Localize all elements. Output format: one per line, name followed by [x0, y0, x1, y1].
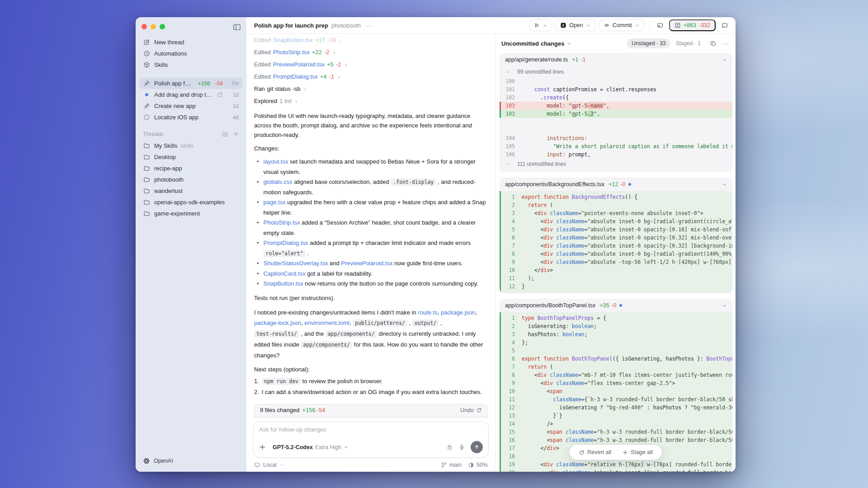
line-content: <div className="mb-7 mt-10 flex items-ce… — [522, 372, 732, 378]
file-link[interactable]: PromptDialog.tsx — [264, 239, 308, 246]
new-folder-icon[interactable] — [222, 131, 228, 137]
file-link[interactable]: PhotoStrip.tsx — [264, 219, 300, 226]
copy-icon[interactable] — [710, 40, 717, 47]
line-content: <span className="h-3 w-3 rounded-full bo… — [522, 437, 732, 443]
commit-button[interactable]: Commit — [599, 19, 644, 31]
file-link[interactable]: page.tsx — [264, 199, 286, 206]
file-link[interactable]: layout.tsx — [264, 158, 288, 165]
code-line: 13 }`} — [501, 412, 732, 420]
context-usage-indicator[interactable]: 50% — [468, 462, 488, 468]
diff-file-list[interactable]: app/api/generate/route.ts+1-199 unmodifi… — [496, 52, 736, 472]
activity-additions: +22 — [312, 49, 322, 56]
diff-panel-menu-icon[interactable]: ··· — [722, 40, 729, 47]
modified-dot — [619, 304, 622, 307]
share-screen-icon[interactable] — [719, 20, 730, 31]
unmodified-lines-toggle[interactable]: 99 unmodified lines — [500, 66, 732, 77]
open-button[interactable]: Open — [556, 19, 595, 31]
dictate-button[interactable] — [458, 444, 465, 450]
line-number: 102 — [500, 94, 515, 101]
sidebar-item-new-thread[interactable]: New thread — [139, 37, 243, 48]
diff-panel-header: Uncommitted changes Unstaged · 33 Staged… — [496, 34, 736, 52]
changed-file-row[interactable]: app/components/CaptionCard.tsx+5-2 — [255, 416, 487, 419]
undo-button[interactable]: Undo — [460, 407, 482, 413]
privacy-lock-button[interactable] — [446, 444, 453, 450]
file-link[interactable]: CaptionCard.tsx — [264, 270, 306, 277]
diff-file-header[interactable]: app/components/BackgroundEffects.tsx+12-… — [500, 178, 732, 191]
line-number: 3 — [501, 210, 515, 216]
folder-item[interactable]: openai-apps-sdk-examples — [139, 197, 243, 208]
thread-item[interactable]: Polish app for launch prep+156-547m — [139, 78, 243, 89]
line-number: 101 — [500, 86, 515, 93]
folder-item[interactable]: game-experiment — [139, 208, 243, 219]
file-link[interactable]: SnapButton.tsx — [264, 280, 303, 287]
unmodified-lines-toggle[interactable]: 111 unmodified lines — [500, 159, 732, 169]
composer-input[interactable] — [259, 426, 483, 433]
git-branch-indicator[interactable]: main — [441, 462, 462, 468]
monitor-icon — [254, 462, 260, 468]
thread-menu-icon[interactable]: ··· — [366, 22, 373, 29]
run-button[interactable] — [529, 19, 552, 31]
folder-icon — [143, 142, 150, 149]
stage-actions-popover: Revert all Stage all — [569, 445, 662, 460]
tab-staged[interactable]: Staged · 1 — [671, 38, 705, 48]
zoom-window-button[interactable] — [160, 24, 165, 29]
activity-row[interactable]: Rangit status -sb› — [254, 83, 488, 95]
activity-row[interactable]: EditedPromptDialog.tsx+4-1› — [254, 70, 488, 83]
thread-item[interactable]: Add drag and drop to gallery phot...1d — [139, 89, 243, 100]
file-link[interactable]: PhotoStrip.tsx — [273, 49, 310, 56]
folder-item[interactable]: My Skills skills — [139, 140, 243, 151]
send-button[interactable] — [471, 441, 483, 453]
diff-stats-badge[interactable]: +863 -332 — [669, 19, 716, 31]
activity-row[interactable]: EditedPreviewPolaroid.tsx+5-2› — [254, 58, 488, 70]
panel-layout-icon[interactable] — [655, 20, 665, 31]
folder-item[interactable]: recipe-app — [139, 163, 243, 174]
file-link[interactable]: route.ts — [418, 309, 437, 316]
thread-item[interactable]: Localize iOS app4d — [139, 112, 243, 123]
diff-file-header[interactable]: app/api/generate/route.ts+1-1 — [500, 53, 732, 66]
stage-all-button[interactable]: Stage all — [618, 447, 657, 457]
thread-label: Create new app — [154, 103, 223, 109]
folder-label: My Skills skills — [154, 142, 239, 149]
skills-icon — [143, 61, 150, 68]
environment-picker[interactable]: Local — [254, 462, 284, 468]
tab-unstaged[interactable]: Unstaged · 33 — [627, 38, 670, 48]
file-link[interactable]: PreviewPolaroid.tsx — [341, 260, 392, 267]
chat-transcript[interactable]: EditedSnapButton.tsx+17-19›EditedPhotoSt… — [246, 34, 495, 418]
filter-icon[interactable] — [233, 131, 239, 137]
diff-panel-title[interactable]: Uncommitted changes — [501, 40, 564, 47]
activity-row[interactable]: Explored1 list› — [254, 95, 488, 107]
file-link[interactable]: package-lock.json — [254, 319, 301, 326]
file-link[interactable]: ShutterStatusOverlay.tsx — [264, 260, 328, 267]
activity-row[interactable]: EditedPhotoStrip.tsx+22-2› — [254, 46, 488, 58]
sidebar-thread-list: Polish app for launch prep+156-547mAdd d… — [136, 78, 246, 123]
revert-all-button[interactable]: Revert all — [574, 447, 616, 457]
activity-row[interactable]: EditedSnapButton.tsx+17-19› — [254, 34, 488, 46]
model-picker[interactable]: GPT-5.2-Codex Extra High — [273, 444, 349, 450]
file-link[interactable]: globals.css — [264, 178, 292, 185]
thread-item[interactable]: Create new app1d — [139, 100, 243, 112]
close-window-button[interactable] — [142, 24, 147, 29]
line-content: return ( — [522, 364, 732, 370]
file-link[interactable]: SnapButton.tsx — [273, 37, 313, 43]
file-link[interactable]: PreviewPolaroid.tsx — [273, 61, 325, 68]
attach-button[interactable] — [259, 444, 266, 450]
pin-icon — [143, 80, 150, 87]
file-link[interactable]: PromptDialog.tsx — [273, 73, 318, 80]
sidebar-item-skills[interactable]: Skills — [139, 59, 243, 70]
chevron-right-icon: › — [340, 37, 342, 44]
file-link[interactable]: package.json — [441, 309, 476, 316]
minimize-window-button[interactable] — [151, 24, 156, 29]
account-footer[interactable]: OpenAI — [136, 457, 246, 472]
diff-file-header[interactable]: app/components/BoothTopPanel.tsx+35-0 — [500, 299, 732, 312]
file-link[interactable]: environment.toml — [304, 319, 349, 326]
thread-label: Localize iOS app — [154, 114, 223, 121]
list-item: •CaptionCard.tsx got a label for readabi… — [254, 269, 488, 279]
folder-item[interactable]: wanderlust — [139, 185, 243, 197]
editor-app-icon — [560, 22, 566, 28]
sidebar-toggle-icon[interactable] — [232, 23, 242, 32]
line-number: 1 — [501, 194, 515, 200]
folder-item[interactable]: Desktop — [139, 151, 243, 163]
sidebar-item-automations[interactable]: Automations — [139, 48, 243, 59]
folder-item[interactable]: photobooth — [139, 174, 243, 185]
pin-icon — [143, 103, 150, 109]
